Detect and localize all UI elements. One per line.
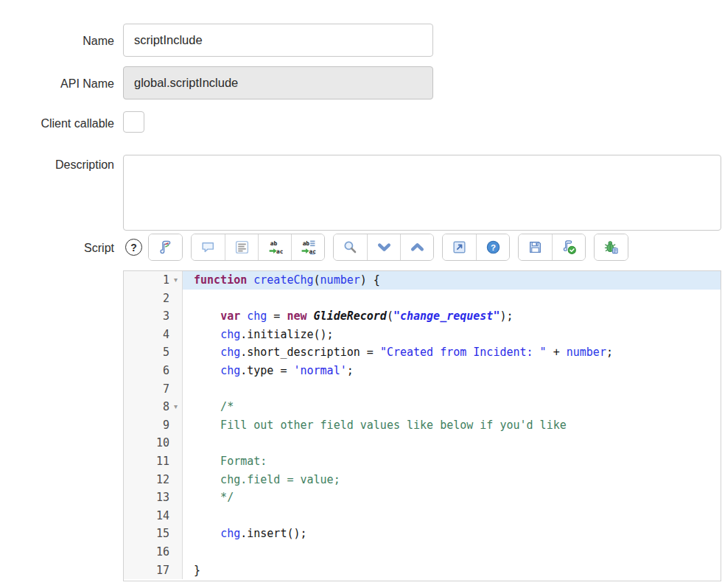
editor-gutter: 11: [124, 452, 183, 471]
replace-icon: abac: [267, 239, 283, 255]
format-code-button[interactable]: [225, 234, 258, 260]
line-number: 13: [124, 489, 169, 507]
editor-line: 6 chg.type = 'normal';: [124, 362, 721, 380]
svg-text:?: ?: [490, 243, 495, 252]
editor-gutter: 6: [124, 362, 183, 380]
find-next-button[interactable]: [367, 234, 400, 260]
editor-line: 16: [124, 543, 721, 561]
editor-line: 12 chg.field = value;: [124, 471, 721, 489]
script-code-editor[interactable]: 1▾function createChg(number) {23 var chg…: [123, 270, 721, 581]
editor-line: 14: [124, 507, 721, 525]
line-number: 8: [124, 398, 169, 416]
svg-text:ab: ab: [302, 240, 309, 247]
search-icon: [343, 239, 358, 255]
code-line[interactable]: */: [183, 489, 721, 507]
popout-icon: [452, 239, 467, 255]
code-line[interactable]: chg.short_description = "Created from In…: [183, 343, 721, 362]
code-line[interactable]: chg.initialize();: [183, 326, 721, 344]
editor-help-button[interactable]: ?: [476, 234, 509, 260]
code-line[interactable]: /*: [183, 398, 721, 416]
editor-line: 17}: [124, 561, 721, 580]
toolbar-group: ?: [442, 234, 510, 261]
client-callable-checkbox[interactable]: [123, 111, 144, 133]
line-number: 14: [124, 507, 169, 525]
save-button[interactable]: [519, 234, 552, 260]
comment-icon: [200, 239, 216, 255]
line-number: 4: [124, 326, 169, 344]
code-line[interactable]: var chg = new GlideRecord("change_reques…: [183, 307, 721, 326]
syntax-check-icon: [561, 239, 577, 255]
debug-button[interactable]: [595, 234, 628, 260]
code-line[interactable]: [183, 507, 721, 525]
editor-gutter: 9: [124, 416, 183, 435]
api-name-label: API Name: [0, 77, 114, 91]
comment-button[interactable]: [192, 234, 225, 260]
fold-arrow-icon[interactable]: ▾: [169, 271, 182, 290]
code-line[interactable]: function createChg(number) {: [183, 271, 721, 290]
editor-gutter: 3: [124, 307, 183, 326]
code-line[interactable]: Format:: [183, 452, 721, 471]
search-button[interactable]: [334, 234, 367, 260]
open-full-screen-button[interactable]: [443, 234, 476, 260]
editor-line: 10: [124, 434, 721, 452]
editor-line: 15 chg.insert();: [124, 525, 721, 543]
replace-button[interactable]: abac: [258, 234, 291, 260]
editor-gutter: 8▾: [124, 398, 183, 416]
name-input[interactable]: [123, 24, 433, 57]
editor-line: 4 chg.initialize();: [124, 326, 721, 344]
code-line[interactable]: [183, 434, 721, 452]
replace-all-button[interactable]: abac: [291, 234, 324, 260]
svg-text:ab: ab: [270, 240, 277, 247]
description-label: Description: [0, 158, 114, 172]
editor-gutter: 2: [124, 290, 183, 308]
toolbar-group: [594, 234, 628, 261]
fold-arrow-icon[interactable]: ▾: [169, 398, 182, 416]
editor-gutter: 14: [124, 507, 183, 525]
help-icon: ?: [486, 239, 501, 255]
code-line[interactable]: [183, 543, 721, 561]
chevron-up-icon: [410, 239, 425, 255]
toolbar-group: [518, 234, 586, 261]
code-line[interactable]: chg.insert();: [183, 525, 721, 543]
code-line[interactable]: }: [183, 561, 721, 580]
script-button[interactable]: [149, 234, 182, 260]
line-number: 1: [124, 271, 169, 290]
editor-gutter: 4: [124, 326, 183, 344]
syntax-check-button[interactable]: [552, 234, 585, 260]
code-line[interactable]: Fill out other field values like below i…: [183, 416, 721, 435]
api-name-input: [123, 66, 433, 99]
line-number: 3: [124, 307, 169, 326]
editor-line: 8▾ /*: [124, 398, 721, 416]
editor-gutter: 1▾: [124, 271, 183, 290]
editor-line: 9 Fill out other field values like below…: [124, 416, 721, 435]
editor-gutter: 15: [124, 525, 183, 543]
line-number: 7: [124, 380, 169, 399]
editor-line: 2: [124, 290, 721, 308]
line-number: 6: [124, 362, 169, 380]
editor-line: 3 var chg = new GlideRecord("change_requ…: [124, 307, 721, 326]
find-previous-button[interactable]: [400, 234, 433, 260]
save-icon: [528, 239, 543, 255]
code-line[interactable]: [183, 290, 721, 308]
line-number: 12: [124, 471, 169, 489]
toolbar-group: [148, 234, 183, 261]
field-help-icon[interactable]: ?: [125, 239, 142, 256]
line-number: 10: [124, 434, 169, 452]
line-number: 15: [124, 525, 169, 543]
line-number: 11: [124, 452, 169, 471]
name-label: Name: [0, 34, 114, 48]
description-textarea[interactable]: [123, 155, 721, 231]
code-line[interactable]: chg.type = 'normal';: [183, 362, 721, 380]
script-include-icon: [158, 239, 173, 255]
replace-all-icon: abac: [301, 239, 316, 255]
toolbar-group: [333, 234, 434, 261]
svg-text:ac: ac: [276, 248, 283, 255]
editor-line: 7: [124, 380, 721, 399]
chevron-down-icon: [376, 239, 392, 255]
code-line[interactable]: [183, 380, 721, 399]
client-callable-label: Client callable: [0, 116, 114, 130]
editor-line: 1▾function createChg(number) {: [124, 271, 721, 290]
editor-gutter: 13: [124, 489, 183, 507]
line-number: 5: [124, 343, 169, 362]
code-line[interactable]: chg.field = value;: [183, 471, 721, 489]
